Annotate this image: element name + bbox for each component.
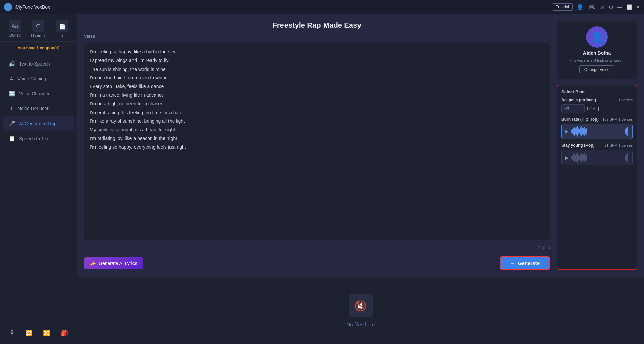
top-section: Freestyle Rap Made Easy Verse I'm feelin… (77, 14, 644, 277)
sidebar-item-text-to-speech[interactable]: 🔊 Text to Speech (3, 56, 74, 71)
noise-reducer-label: Noise Reducer (17, 106, 49, 111)
chars-icon: Aa (9, 20, 21, 32)
bpm-row: BPM ℹ (561, 104, 633, 113)
sidebar: Aa 105413 ⏱ 115 min(s) 📄 1 You have 1 co… (0, 14, 77, 344)
ai-rap-icon: 🎤 (9, 120, 15, 127)
beat-header-burn-rate: Burn rate (Hip Hop) 109 BPM·1 verses (561, 117, 633, 122)
count-icon: 📄 (56, 20, 68, 32)
settings-icon[interactable]: ⚙ (609, 4, 613, 10)
acapella-info: 1 verses (618, 98, 633, 102)
bottom-section: 🔇 No files here (77, 277, 644, 344)
speech-to-text-label: Speech to Text (19, 136, 50, 141)
play-button-stay-young[interactable]: ▶ (565, 155, 569, 160)
voice-name: Aiden Botha (583, 50, 611, 56)
stay-young-info: 91 BPM·1 verses (604, 143, 633, 147)
no-files-text: No files here (346, 321, 375, 327)
stay-young-name: Stay young (Pop) (561, 143, 595, 148)
change-voice-button[interactable]: Change Voice (579, 65, 615, 74)
mail-icon[interactable]: ✉ (600, 4, 604, 10)
beat-selector: Select Beat Acapella (no beat) 1 verses … (557, 85, 637, 270)
sidebar-item-voice-changer[interactable]: 🔄 Voice Changer (3, 86, 74, 101)
main-layout: Aa 105413 ⏱ 115 min(s) 📄 1 You have 1 co… (0, 14, 644, 344)
bpm-input[interactable] (561, 104, 585, 113)
app-name: iMyFone VoxBox (15, 4, 50, 10)
voice-cloning-icon: 🖥 (9, 76, 14, 82)
voice-changer-icon: 🔄 (9, 90, 15, 97)
toolbar-row: Aa 105413 ⏱ 115 min(s) 📄 1 (0, 17, 77, 42)
game-icon[interactable]: 🎮 (588, 4, 595, 10)
waveform-burn-rate (571, 127, 629, 136)
action-row: ✨ Generate AI Lyrics → Generate (84, 256, 550, 270)
arrow-right-icon: → (510, 260, 515, 266)
right-panel: 👤 Aiden Botha This voice is still findin… (557, 21, 637, 270)
verse-label: Verse (84, 34, 550, 39)
minimize-button[interactable]: — (617, 4, 622, 10)
close-button[interactable]: ✕ (636, 4, 640, 10)
sparkle-icon: ✨ (90, 261, 96, 266)
voice-subtitle: This voice is still finding its word... (569, 58, 624, 62)
titlebar-left: i iMyFone VoxBox (4, 3, 50, 11)
bpm-label: BPM (587, 106, 596, 111)
mins-label: 115 min(s) (31, 34, 46, 37)
tutorial-button[interactable]: Tutorial (552, 3, 573, 11)
beat-selector-title: Select Beat (561, 89, 633, 94)
titlebar-icons: 👤 🎮 ✉ ⚙ (577, 4, 613, 10)
mins-icon: ⏱ (32, 20, 44, 32)
text-to-speech-label: Text to Speech (19, 61, 50, 67)
play-button-burn-rate[interactable]: ▶ (565, 129, 569, 134)
acapella-name: Acapella (no beat) (561, 98, 596, 102)
info-icon[interactable]: ℹ (598, 106, 599, 112)
noise-reducer-icon: 🎙 (9, 105, 14, 112)
beat-header-stay-young: Stay young (Pop) 91 BPM·1 verses (561, 143, 633, 148)
toolbar-chars: Aa 105413 (9, 20, 21, 37)
user-icon[interactable]: 👤 (577, 4, 583, 10)
waveform-stay-young (571, 153, 629, 162)
maximize-button[interactable]: ⬜ (626, 4, 632, 10)
voice-card: 👤 Aiden Botha This voice is still findin… (557, 21, 637, 79)
lines-count: 12 lines (84, 246, 550, 250)
bag-icon[interactable]: 🎒 (61, 329, 68, 337)
beat-item-burn-rate: Burn rate (Hip Hop) 109 BPM·1 verses ▶ (561, 117, 633, 139)
rap-title: Freestyle Rap Made Easy (84, 21, 550, 30)
sidebar-item-speech-to-text[interactable]: 📋 Speech to Text (3, 131, 74, 146)
count-label: 1 (61, 34, 63, 37)
rap-editor: Freestyle Rap Made Easy Verse I'm feelin… (84, 21, 550, 270)
lyrics-area[interactable]: I'm feeling so happy, like a bird in the… (84, 43, 550, 240)
sidebar-bottom: 🎙 🔁 🔀 🎒 (0, 325, 77, 341)
generate-label: Generate (518, 260, 540, 266)
titlebar: i iMyFone VoxBox Tutorial 👤 🎮 ✉ ⚙ — ⬜ ✕ (0, 0, 644, 14)
beat-player-burn-rate[interactable]: ▶ (561, 124, 633, 139)
beat-player-stay-young[interactable]: ▶ (561, 150, 633, 165)
toolbar-mins: ⏱ 115 min(s) (31, 20, 46, 37)
beat-header-acapella: Acapella (no beat) 1 verses (561, 98, 633, 102)
voice-changer-label: Voice Changer (19, 91, 50, 96)
speech-to-text-icon: 📋 (9, 135, 15, 142)
coupon-banner: You have 1 coupon(s) (0, 44, 77, 53)
titlebar-right: Tutorial 👤 🎮 ✉ ⚙ — ⬜ ✕ (552, 3, 640, 11)
toolbar-count: 📄 1 (56, 20, 68, 37)
shuffle-icon[interactable]: 🔀 (43, 329, 50, 337)
sidebar-item-voice-cloning[interactable]: 🖥 Voice Cloning (3, 72, 74, 86)
ai-rap-label: AI Generated Rap (19, 121, 57, 126)
voice-cloning-label: Voice Cloning (17, 76, 46, 81)
beat-item-acapella: Acapella (no beat) 1 verses BPM ℹ (561, 98, 633, 113)
generate-button[interactable]: → Generate (500, 256, 550, 270)
app-icon: i (4, 3, 12, 11)
text-to-speech-icon: 🔊 (9, 60, 15, 67)
voice-avatar: 👤 (586, 26, 608, 48)
beat-item-stay-young: Stay young (Pop) 91 BPM·1 verses ▶ (561, 143, 633, 165)
no-files-icon: 🔇 (349, 294, 373, 317)
chars-label: 105413 (9, 34, 21, 37)
content-area: Freestyle Rap Made Easy Verse I'm feelin… (77, 14, 644, 344)
burn-rate-name: Burn rate (Hip Hop) (561, 117, 599, 122)
sidebar-item-noise-reducer[interactable]: 🎙 Noise Reducer (3, 101, 74, 116)
loop-icon[interactable]: 🔁 (25, 329, 33, 337)
burn-rate-info: 109 BPM·1 verses (602, 117, 633, 121)
generate-ai-lyrics-button[interactable]: ✨ Generate AI Lyrics (84, 257, 143, 269)
sidebar-item-ai-generated-rap[interactable]: 🎤 AI Generated Rap (3, 116, 74, 131)
microphone-icon[interactable]: 🎙 (9, 329, 15, 337)
generate-ai-lyrics-label: Generate AI Lyrics (99, 261, 137, 266)
